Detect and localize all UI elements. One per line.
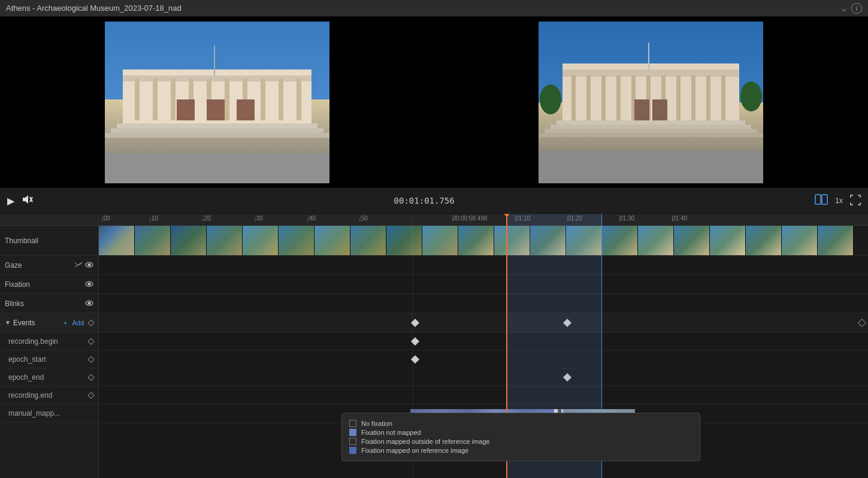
event-marker-2 <box>563 318 571 326</box>
thumb-8 <box>386 226 422 256</box>
preview-area <box>0 17 868 187</box>
epoch-end-marker <box>563 373 571 381</box>
split-view-button[interactable] <box>815 194 828 208</box>
recording-end-dot <box>87 392 94 398</box>
ruler-label <box>0 214 98 226</box>
thumb-2 <box>171 226 207 256</box>
play-button[interactable]: ▶ <box>7 195 14 207</box>
thumb-5 <box>279 226 314 256</box>
epoch-start-track <box>99 350 868 368</box>
ruler-mark-8: 01:20 <box>567 215 582 222</box>
ruler-marks: :00 :10 :20 :30 :40 :50 00:00:58.498 01:… <box>99 214 868 225</box>
events-chevron[interactable]: ▼ <box>5 319 11 326</box>
recording-begin-row: recording.begin <box>0 332 98 350</box>
fullscreen-icon <box>850 195 861 205</box>
epoch-start-row: epoch_start <box>0 350 98 368</box>
blinks-icons <box>85 299 93 308</box>
fixation-icons <box>85 280 93 289</box>
events-label: Events <box>13 319 35 327</box>
thumb-12 <box>530 226 566 256</box>
manual-mapp-row: manual_mapp... <box>0 404 98 422</box>
gaze-icons <box>74 261 93 270</box>
thumbnail-label-row: Thumbnail <box>0 226 98 256</box>
svg-rect-47 <box>539 150 763 183</box>
recording-begin-track <box>99 332 868 350</box>
thumb-19 <box>782 226 818 256</box>
events-add-label[interactable]: Add <box>72 319 84 326</box>
epoch-end-dot <box>87 374 94 380</box>
thumb-15 <box>638 226 674 256</box>
thumb-6 <box>314 226 350 256</box>
thumb-17 <box>710 226 746 256</box>
svg-rect-16 <box>237 99 255 120</box>
events-dot-icon <box>87 319 94 326</box>
fixation-label-row: Fixation <box>0 275 98 294</box>
legend-popup: No fixation Fixation not mapped Fixation… <box>341 413 700 461</box>
video-content-left <box>105 22 329 183</box>
svg-rect-5 <box>153 78 158 120</box>
svg-rect-40 <box>557 120 745 125</box>
svg-rect-35 <box>691 75 695 120</box>
timecode-value: 00:01:01.756 <box>394 196 455 205</box>
fullscreen-button[interactable] <box>850 195 861 207</box>
legend-box-no-fixation <box>349 420 356 427</box>
thumb-3 <box>207 226 243 256</box>
mute-icon <box>22 195 34 204</box>
events-add-button[interactable]: + <box>63 319 67 326</box>
manual-mapp-label: manual_mapp... <box>8 409 60 418</box>
speed-button[interactable]: 1x <box>835 196 843 205</box>
eye-closed-icon <box>74 262 83 268</box>
blinks-show-icon[interactable] <box>85 299 93 308</box>
svg-rect-38 <box>634 99 649 120</box>
dropdown-icon[interactable]: ⌵ <box>842 4 846 13</box>
thumbnail-strip <box>99 226 868 255</box>
legend-label-outside: Fixation mapped outside of reference ima… <box>361 438 490 445</box>
ruler-mark-5: :50 <box>359 215 368 222</box>
thumb-1 <box>135 226 171 256</box>
info-button[interactable]: i <box>851 3 862 14</box>
ruler: :00 :10 :20 :30 :40 :50 00:00:58.498 01:… <box>99 214 868 226</box>
svg-rect-9 <box>225 78 229 120</box>
ruler-mark-1: :10 <box>150 215 158 222</box>
svg-rect-39 <box>652 99 667 120</box>
thumbnail-track <box>99 226 868 256</box>
svg-point-58 <box>88 302 90 304</box>
eye-icon-blinks <box>85 300 93 306</box>
gaze-label: Gaze <box>5 261 22 270</box>
svg-rect-20 <box>214 46 215 75</box>
mute-button[interactable] <box>22 195 34 207</box>
gaze-show-icon[interactable] <box>85 261 93 270</box>
gaze-hide-icon[interactable] <box>74 261 83 270</box>
svg-rect-6 <box>171 78 176 120</box>
epoch-start-dot <box>87 356 94 362</box>
event-marker-right <box>858 318 866 326</box>
svg-rect-41 <box>551 125 751 129</box>
blinks-label: Blinks <box>5 299 24 308</box>
thumb-9 <box>422 226 458 256</box>
svg-rect-36 <box>706 75 710 120</box>
recording-begin-label: recording.begin <box>8 337 58 346</box>
fixation-track <box>99 275 868 294</box>
legend-box-not-mapped <box>349 429 356 436</box>
svg-rect-12 <box>279 78 283 120</box>
legend-label-mapped: Fixation mapped on reference image <box>361 447 468 454</box>
thumb-16 <box>674 226 710 256</box>
recording-end-row: recording.end <box>0 386 98 404</box>
legend-item-no-fixation: No fixation <box>349 420 692 427</box>
transport-right: 1x <box>815 194 861 208</box>
svg-rect-28 <box>586 75 591 120</box>
project-title: Athens - Archaeological Museum_2023-07-1… <box>6 4 182 13</box>
svg-point-54 <box>88 264 90 266</box>
event-marker-1 <box>411 318 419 326</box>
fixation-show-icon[interactable] <box>85 280 93 289</box>
ruler-mark-2: :20 <box>202 215 211 222</box>
svg-rect-17 <box>117 123 317 128</box>
events-track <box>99 313 868 332</box>
video-frame-right <box>539 22 763 183</box>
thumb-4 <box>243 226 279 256</box>
svg-rect-42 <box>545 129 757 133</box>
titlebar: Athens - Archaeological Museum_2023-07-1… <box>0 0 868 17</box>
thumb-18 <box>746 226 782 256</box>
split-view-icon <box>815 194 828 205</box>
blinks-label-row: Blinks <box>0 294 98 313</box>
